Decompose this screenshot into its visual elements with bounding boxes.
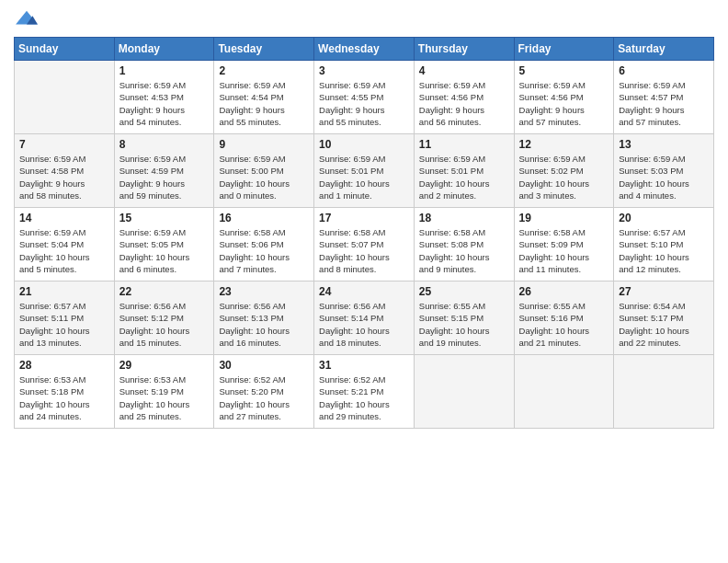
calendar-cell: 15Sunrise: 6:59 AMSunset: 5:05 PMDayligh… — [114, 208, 214, 282]
day-number: 14 — [19, 212, 109, 224]
calendar-cell: 27Sunrise: 6:54 AMSunset: 5:17 PMDayligh… — [614, 282, 714, 355]
day-number: 9 — [219, 138, 309, 151]
calendar-cell: 9Sunrise: 6:59 AMSunset: 5:00 PMDaylight… — [214, 134, 314, 208]
calendar-week-5: 28Sunrise: 6:53 AMSunset: 5:18 PMDayligh… — [15, 355, 714, 429]
day-info: Sunrise: 6:57 AMSunset: 5:10 PMDaylight:… — [619, 226, 709, 275]
calendar-cell: 17Sunrise: 6:58 AMSunset: 5:07 PMDayligh… — [314, 208, 415, 282]
calendar-thead: SundayMondayTuesdayWednesdayThursdayFrid… — [15, 38, 714, 61]
calendar-cell: 29Sunrise: 6:53 AMSunset: 5:19 PMDayligh… — [114, 355, 214, 429]
calendar-cell: 20Sunrise: 6:57 AMSunset: 5:10 PMDayligh… — [614, 208, 714, 282]
calendar-cell: 23Sunrise: 6:56 AMSunset: 5:13 PMDayligh… — [214, 282, 314, 355]
calendar-table: SundayMondayTuesdayWednesdayThursdayFrid… — [14, 37, 714, 429]
weekday-header-wednesday: Wednesday — [314, 38, 415, 61]
calendar-cell: 5Sunrise: 6:59 AMSunset: 4:56 PMDaylight… — [514, 61, 614, 134]
calendar-cell: 1Sunrise: 6:59 AMSunset: 4:53 PMDaylight… — [114, 61, 214, 134]
logo-icon — [14, 9, 40, 29]
day-number: 19 — [519, 212, 609, 224]
calendar-cell: 24Sunrise: 6:56 AMSunset: 5:14 PMDayligh… — [314, 282, 415, 355]
day-info: Sunrise: 6:58 AMSunset: 5:08 PMDaylight:… — [419, 226, 509, 275]
day-info: Sunrise: 6:59 AMSunset: 5:03 PMDaylight:… — [619, 153, 709, 201]
weekday-header-thursday: Thursday — [414, 38, 514, 61]
day-number: 1 — [119, 64, 210, 77]
day-info: Sunrise: 6:59 AMSunset: 5:02 PMDaylight:… — [519, 153, 609, 201]
day-info: Sunrise: 6:56 AMSunset: 5:12 PMDaylight:… — [119, 300, 210, 349]
day-number: 22 — [119, 285, 210, 298]
weekday-header-friday: Friday — [514, 38, 614, 61]
day-info: Sunrise: 6:52 AMSunset: 5:21 PMDaylight:… — [319, 373, 409, 422]
calendar-cell: 25Sunrise: 6:55 AMSunset: 5:15 PMDayligh… — [414, 282, 514, 355]
calendar-cell: 16Sunrise: 6:58 AMSunset: 5:06 PMDayligh… — [214, 208, 314, 282]
calendar-cell — [514, 355, 614, 429]
calendar-cell: 8Sunrise: 6:59 AMSunset: 4:59 PMDaylight… — [114, 134, 214, 208]
day-number: 17 — [319, 212, 409, 224]
day-info: Sunrise: 6:55 AMSunset: 5:15 PMDaylight:… — [419, 300, 509, 349]
day-number: 27 — [619, 285, 709, 298]
calendar-cell: 30Sunrise: 6:52 AMSunset: 5:20 PMDayligh… — [214, 355, 314, 429]
calendar-container: SundayMondayTuesdayWednesdayThursdayFrid… — [0, 0, 728, 438]
weekday-header-monday: Monday — [114, 38, 214, 61]
day-info: Sunrise: 6:59 AMSunset: 4:53 PMDaylight:… — [119, 79, 210, 128]
calendar-cell: 22Sunrise: 6:56 AMSunset: 5:12 PMDayligh… — [114, 282, 214, 355]
day-number: 3 — [319, 64, 409, 77]
day-number: 18 — [419, 212, 509, 224]
day-number: 5 — [519, 64, 609, 77]
calendar-cell: 21Sunrise: 6:57 AMSunset: 5:11 PMDayligh… — [15, 282, 115, 355]
day-number: 23 — [219, 285, 309, 298]
weekday-header-saturday: Saturday — [614, 38, 714, 61]
day-number: 10 — [319, 138, 409, 151]
day-number: 30 — [219, 359, 309, 372]
weekday-header-tuesday: Tuesday — [214, 38, 314, 61]
day-info: Sunrise: 6:55 AMSunset: 5:16 PMDaylight:… — [519, 300, 609, 349]
day-info: Sunrise: 6:53 AMSunset: 5:19 PMDaylight:… — [119, 373, 210, 422]
calendar-header — [14, 9, 714, 29]
day-number: 24 — [319, 285, 409, 298]
day-number: 13 — [619, 138, 709, 151]
calendar-cell: 14Sunrise: 6:59 AMSunset: 5:04 PMDayligh… — [15, 208, 115, 282]
weekday-header-sunday: Sunday — [15, 38, 115, 61]
day-number: 20 — [619, 212, 709, 224]
calendar-cell: 7Sunrise: 6:59 AMSunset: 4:58 PMDaylight… — [15, 134, 115, 208]
logo — [14, 9, 43, 29]
calendar-cell: 31Sunrise: 6:52 AMSunset: 5:21 PMDayligh… — [314, 355, 415, 429]
day-info: Sunrise: 6:59 AMSunset: 5:05 PMDaylight:… — [119, 226, 210, 275]
calendar-cell: 11Sunrise: 6:59 AMSunset: 5:01 PMDayligh… — [414, 134, 514, 208]
day-number: 11 — [419, 138, 509, 151]
calendar-cell: 2Sunrise: 6:59 AMSunset: 4:54 PMDaylight… — [214, 61, 314, 134]
day-number: 26 — [519, 285, 609, 298]
calendar-cell: 18Sunrise: 6:58 AMSunset: 5:08 PMDayligh… — [414, 208, 514, 282]
day-number: 7 — [19, 138, 109, 151]
day-info: Sunrise: 6:53 AMSunset: 5:18 PMDaylight:… — [19, 373, 109, 422]
day-number: 12 — [519, 138, 609, 151]
calendar-cell: 26Sunrise: 6:55 AMSunset: 5:16 PMDayligh… — [514, 282, 614, 355]
calendar-cell: 19Sunrise: 6:58 AMSunset: 5:09 PMDayligh… — [514, 208, 614, 282]
calendar-week-2: 7Sunrise: 6:59 AMSunset: 4:58 PMDaylight… — [15, 134, 714, 208]
calendar-cell — [414, 355, 514, 429]
day-number: 2 — [219, 64, 309, 77]
day-info: Sunrise: 6:58 AMSunset: 5:07 PMDaylight:… — [319, 226, 409, 275]
day-info: Sunrise: 6:58 AMSunset: 5:09 PMDaylight:… — [519, 226, 609, 275]
day-info: Sunrise: 6:59 AMSunset: 5:04 PMDaylight:… — [19, 226, 109, 275]
calendar-cell: 13Sunrise: 6:59 AMSunset: 5:03 PMDayligh… — [614, 134, 714, 208]
day-number: 15 — [119, 212, 210, 224]
calendar-cell: 28Sunrise: 6:53 AMSunset: 5:18 PMDayligh… — [15, 355, 115, 429]
day-info: Sunrise: 6:59 AMSunset: 4:59 PMDaylight:… — [119, 153, 210, 201]
day-info: Sunrise: 6:59 AMSunset: 4:57 PMDaylight:… — [619, 79, 709, 128]
day-info: Sunrise: 6:59 AMSunset: 4:54 PMDaylight:… — [219, 79, 309, 128]
day-number: 25 — [419, 285, 509, 298]
day-info: Sunrise: 6:59 AMSunset: 4:56 PMDaylight:… — [419, 79, 509, 128]
calendar-cell — [614, 355, 714, 429]
day-number: 29 — [119, 359, 210, 372]
calendar-cell: 12Sunrise: 6:59 AMSunset: 5:02 PMDayligh… — [514, 134, 614, 208]
calendar-cell: 10Sunrise: 6:59 AMSunset: 5:01 PMDayligh… — [314, 134, 415, 208]
day-number: 28 — [19, 359, 109, 372]
day-number: 6 — [619, 64, 709, 77]
weekday-header-row: SundayMondayTuesdayWednesdayThursdayFrid… — [15, 38, 714, 61]
day-info: Sunrise: 6:59 AMSunset: 4:56 PMDaylight:… — [519, 79, 609, 128]
day-info: Sunrise: 6:59 AMSunset: 5:01 PMDaylight:… — [419, 153, 509, 201]
calendar-cell: 3Sunrise: 6:59 AMSunset: 4:55 PMDaylight… — [314, 61, 415, 134]
day-info: Sunrise: 6:59 AMSunset: 4:55 PMDaylight:… — [319, 79, 409, 128]
calendar-week-3: 14Sunrise: 6:59 AMSunset: 5:04 PMDayligh… — [15, 208, 714, 282]
calendar-cell: 4Sunrise: 6:59 AMSunset: 4:56 PMDaylight… — [414, 61, 514, 134]
day-info: Sunrise: 6:59 AMSunset: 5:01 PMDaylight:… — [319, 153, 409, 201]
calendar-cell — [15, 61, 115, 134]
